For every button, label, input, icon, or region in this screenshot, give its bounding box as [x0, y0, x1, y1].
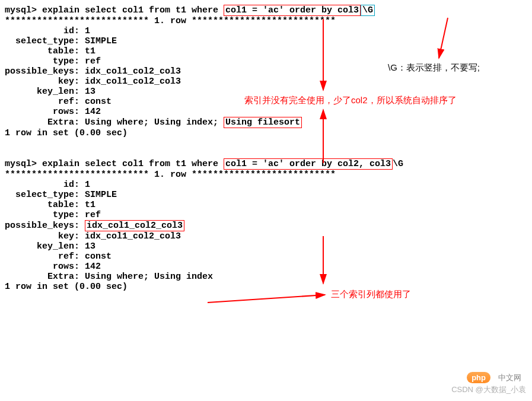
q2-suffix: \G: [393, 159, 403, 169]
q1-prompt: mysql> explain select col1 from t1 where: [5, 5, 224, 15]
watermark: CSDN @大数据_小袁: [451, 384, 526, 395]
q1-extra-line: Extra: Using where; Using index; Using f…: [5, 117, 527, 128]
q1-extra-box: Using filesort: [224, 117, 302, 128]
arrow-pk-to-note2: [208, 295, 325, 303]
q2-rows: rows: 142: [5, 262, 527, 272]
q1-id: id: 1: [5, 26, 527, 36]
q2-table: table: t1: [5, 200, 527, 210]
q2-ref: ref: const: [5, 252, 527, 262]
q1-sep: *************************** 1. row *****…: [5, 16, 527, 26]
q2-key-len: key_len: 13: [5, 241, 527, 252]
q1-rows: rows: 142: [5, 107, 527, 117]
q1-suffix-box: \G: [361, 5, 375, 16]
php-text: 中文网: [498, 373, 521, 383]
annot-g-explain: \G：表示竖排，不要写;: [388, 62, 480, 74]
q2-select-type: select_type: SIMPLE: [5, 190, 527, 200]
q2-footer: 1 row in set (0.00 sec): [5, 282, 527, 292]
q2-extra: Extra: Using where; Using index: [5, 272, 527, 282]
php-logo: php: [467, 372, 490, 383]
q2-possible-keys-line: possible_keys: idx_col1_col2_col3: [5, 220, 527, 231]
annot-note2: 三个索引列都使用了: [331, 289, 411, 300]
q1-extra-pre: Extra: Using where; Using index;: [5, 117, 224, 128]
q2-prompt-line: mysql> explain select col1 from t1 where…: [5, 158, 527, 170]
q1-prompt-line: mysql> explain select col1 from t1 where…: [5, 5, 527, 16]
q1-footer: 1 row in set (0.00 sec): [5, 128, 527, 138]
q2-pk-pre: possible_keys:: [5, 221, 85, 231]
q2-type: type: ref: [5, 210, 527, 220]
q1-select-type: select_type: SIMPLE: [5, 36, 527, 46]
q2-prompt: mysql> explain select col1 from t1 where: [5, 159, 224, 169]
q1-key: key: idx_col1_col2_col3: [5, 77, 527, 87]
q1-clause-box: col1 = 'ac' order by col3: [224, 5, 361, 16]
q1-table: table: t1: [5, 46, 527, 56]
q2-pk-box: idx_col1_col2_col3: [85, 220, 184, 231]
q2-clause-box: col1 = 'ac' order by col2, col3: [224, 158, 393, 170]
q2-id: id: 1: [5, 180, 527, 190]
q2-key: key: idx_col1_col2_col3: [5, 231, 527, 241]
annot-note1: 索引并没有完全使用，少了col2，所以系统自动排序了: [244, 95, 457, 106]
q2-sep: *************************** 1. row *****…: [5, 170, 527, 180]
